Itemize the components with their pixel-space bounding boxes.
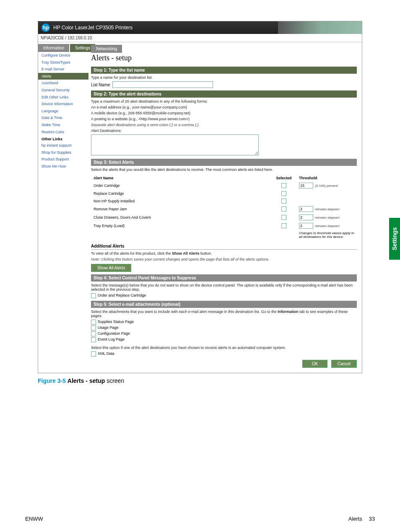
sidebar-item-general-security[interactable]: General Security [38,87,88,94]
figure-caption: Figure 3-5 Alerts - setup screen [38,377,400,384]
section-side-tab: Settings [389,218,400,260]
other-link-show-me-how[interactable]: Show Me How [38,163,88,170]
sidebar-item-device-information[interactable]: Device Information [38,101,88,108]
step1-bar: Step 1: Type the list name [91,67,357,74]
checkbox[interactable] [281,215,286,220]
hp-logo-icon: hp [42,23,50,32]
threshold-input[interactable] [299,223,313,229]
alerts-table: Alert Name Selected Threshold Order Cart… [91,174,357,240]
page-number: 33 [369,516,375,522]
sidebar-item-wake-time[interactable]: Wake Time [38,121,88,129]
footer-section-label: Alerts [348,516,362,522]
table-row: Replace Cartridge [92,190,356,197]
suppress-item[interactable]: Order and Replace Cartridge [91,293,357,298]
alert-destinations-input[interactable] [91,134,259,155]
step1-prompt: Type a name for your destination list. [91,75,357,80]
checkbox[interactable] [91,320,96,325]
checkbox[interactable] [281,223,286,228]
step2-example-email: An e-mail address (e.g., your-name@your-… [91,105,357,109]
col-alert-name: Alert Name [92,175,270,181]
checkbox[interactable] [281,183,286,188]
sidebar-item-language[interactable]: Language [38,108,88,115]
attach-event-log-page[interactable]: Event Log Page [91,337,357,342]
additional-alerts-text-pre: To view all of the alerts for this produ… [91,251,172,256]
step3-bar: Step 3: Select Alerts [91,159,357,166]
step5-auto-text: Select this option if one of the alert d… [91,346,357,350]
checkbox[interactable] [281,207,286,212]
table-row: Remove Paper Jam minutes elapsed [92,205,356,213]
checkbox[interactable] [281,199,286,204]
checkbox[interactable] [281,191,286,196]
table-row: Non-HP Supply Installed [92,198,356,204]
header-image [278,21,362,34]
ok-button[interactable]: OK [302,360,327,368]
footer-left: ENWW [25,516,43,522]
step4-bar: Step 4: Select Control Panel Messages to… [91,274,357,281]
ews-window: hp HP Color LaserJet CP3505 Printers NPI… [38,21,362,373]
step4-intro: Select the message(s) below that you do … [91,283,357,292]
checkbox[interactable] [91,325,96,331]
col-selected: Selected [271,175,296,181]
step2-example-web: A posting to a website (e.g., <http://ww… [91,117,357,121]
step2-prompt: Type a maximum of 20 alert destinations … [91,99,357,103]
ews-header: hp HP Color LaserJet CP3505 Printers [38,21,362,34]
page-title: Alerts - setup [91,54,357,62]
attach-usage-page[interactable]: Usage Page [91,325,357,331]
checkbox[interactable] [91,331,96,336]
product-line: HP Color LaserJet CP3505 Printers [53,25,132,31]
threshold-input[interactable] [299,183,313,189]
sidebar-item-email-server[interactable]: E-mail Server [38,66,88,73]
checkbox[interactable] [91,293,96,298]
other-links-title: Other Links [38,135,88,142]
threshold-input[interactable] [299,214,313,220]
step2-separator-note: Separate alert destinations using a semi… [91,123,200,127]
cancel-button[interactable]: Cancel [331,360,357,368]
step5-bar: Step 5: Select e-mail attachments (optio… [91,301,357,308]
sidebar-item-tray-sizes[interactable]: Tray Sizes/Types [38,59,88,66]
attach-xml-data[interactable]: XML Data [91,351,357,356]
col-threshold: Threshold [297,175,356,181]
right-tabs: Networking [91,45,357,53]
alert-dest-label: Alert Destinations: [91,129,357,133]
step5-intro: Select the attachments that you want to … [91,310,357,318]
step2-bar: Step 2: Type the alert destinations [91,90,357,98]
tab-networking[interactable]: Networking [91,45,122,53]
show-all-alerts-name: Show All Alerts [172,251,199,256]
table-row: Order Cartridge (0-100) percent [92,182,356,189]
additional-alerts-note: Note: Clicking this button saves your cu… [91,257,269,261]
list-name-input[interactable] [112,81,213,88]
other-link-product-support[interactable]: Product Support [38,156,88,163]
sidebar: Information Settings Configure Device Tr… [38,42,88,373]
table-row: Tray Empty (Load) minutes elapsed [92,222,356,230]
step2-example-mobile: A mobile device (e.g., 209-555-5555@mobi… [91,111,357,115]
checkbox[interactable] [91,351,96,356]
left-tabs: Information Settings [38,44,88,52]
step3-intro: Select the alerts that you would like th… [91,168,357,172]
main-panel: Networking Alerts - setup Step 1: Type t… [88,42,362,373]
additional-alerts-header: Additional Alerts [91,244,357,250]
figure-suffix: screen [106,377,124,384]
checkbox[interactable] [91,337,96,342]
list-name-label: List Name: [91,83,111,87]
attach-supplies-status[interactable]: Supplies Status Page [91,320,357,325]
show-all-alerts-button[interactable]: Show All Alerts [91,264,131,272]
page-footer: ENWW Alerts 33 [0,516,400,522]
attach-configuration-page[interactable]: Configuration Page [91,331,357,336]
other-link-instant-support[interactable]: hp instant support [38,142,88,149]
threshold-input[interactable] [299,206,313,212]
sidebar-item-autosend[interactable]: AutoSend [38,80,88,87]
tab-information[interactable]: Information [38,44,69,52]
sidebar-item-configure-device[interactable]: Configure Device [38,52,88,59]
threshold-note: Changes to threshold values apply to all… [297,230,356,240]
sidebar-item-edit-other-links[interactable]: Edit Other Links [38,94,88,101]
host-line: NPIA20CDE / 192.168.0.10 [38,34,362,42]
sidebar-item-alerts[interactable]: Alerts [38,73,88,80]
table-row: Close Drawers, Doors And Covers minutes … [92,214,356,221]
sidebar-item-date-time[interactable]: Date & Time [38,114,88,121]
sidebar-item-restrict-color[interactable]: Restrict Color [38,129,88,136]
figure-number: Figure 3-5 [38,377,66,384]
figure-title: Alerts - setup [68,377,105,384]
other-link-shop-supplies[interactable]: Shop for Supplies [38,149,88,156]
